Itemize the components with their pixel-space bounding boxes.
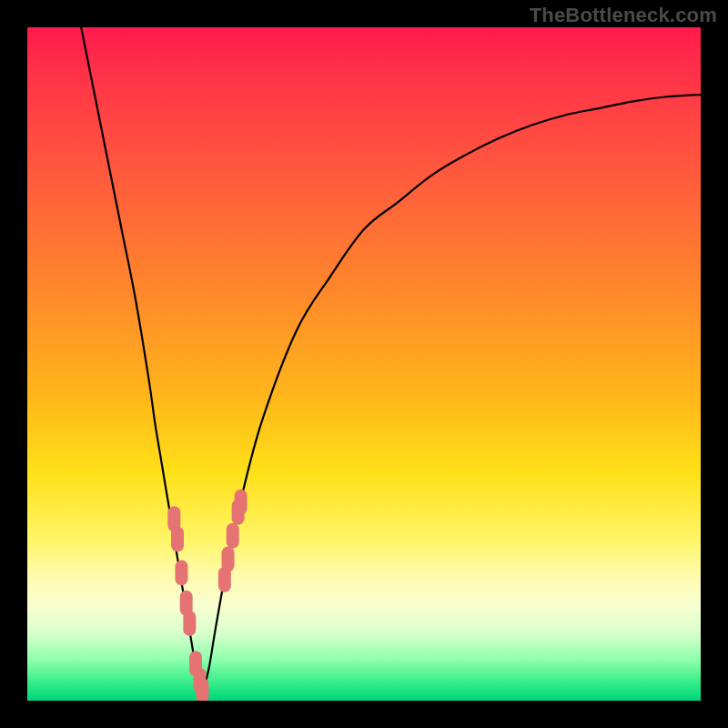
marker-markers-left bbox=[171, 526, 184, 551]
watermark-text: TheBottleneck.com bbox=[530, 4, 717, 27]
marker-markers-left bbox=[183, 611, 196, 636]
marker-markers-right bbox=[235, 490, 248, 515]
chart-frame: TheBottleneck.com bbox=[0, 0, 728, 728]
plot-area bbox=[27, 27, 701, 701]
curve-right-branch bbox=[202, 95, 701, 694]
chart-svg bbox=[27, 27, 701, 701]
marker-markers-left bbox=[196, 678, 208, 701]
marker-markers-right bbox=[227, 523, 239, 549]
marker-markers-right bbox=[222, 547, 235, 572]
marker-markers-left bbox=[175, 560, 187, 585]
